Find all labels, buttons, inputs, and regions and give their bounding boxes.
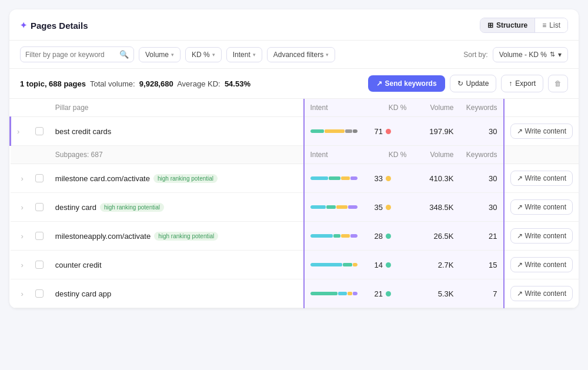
page-header: ✦ Pages Details ⊞ Structure ≡ List bbox=[9, 9, 579, 41]
action-cell: ↗ Write content bbox=[504, 251, 579, 279]
stats-text: 1 topic, 688 pages Total volume: 9,928,6… bbox=[20, 79, 250, 88]
stats-actions: ↗ Send keywords ↻ Update ↑ Export 🗑 bbox=[368, 75, 568, 92]
structure-label: Structure bbox=[496, 21, 527, 29]
page-name: milestone card.com/activate bbox=[55, 174, 150, 183]
table-row: › destiny card app 21 5.3K 7 bbox=[11, 279, 579, 308]
row-checkbox[interactable] bbox=[35, 203, 44, 211]
topic-count: 1 topic, 688 pages bbox=[20, 79, 86, 88]
expand-icon[interactable]: › bbox=[21, 174, 24, 183]
expand-icon[interactable]: › bbox=[21, 289, 24, 298]
subpages-header-row: Subpages: 687 Intent KD % Volume Keyword… bbox=[11, 146, 579, 164]
th-kd: KD % bbox=[369, 99, 413, 117]
chevron-down-icon: ▾ bbox=[212, 52, 215, 58]
expand-icon[interactable]: › bbox=[21, 232, 24, 241]
export-button[interactable]: ↑ Export bbox=[501, 75, 543, 92]
delete-button[interactable]: 🗑 bbox=[548, 75, 568, 92]
keywords-cell: 21 bbox=[460, 222, 504, 251]
sort-value: Volume - KD % bbox=[499, 51, 547, 59]
chevron-down-icon: ▾ bbox=[253, 52, 256, 58]
chevron-down-icon: ▾ bbox=[326, 52, 329, 58]
write-icon: ↗ bbox=[517, 203, 523, 211]
page-name: counter credit bbox=[55, 261, 102, 269]
advanced-filters-button[interactable]: Advanced filters ▾ bbox=[267, 47, 335, 62]
trash-icon: 🗑 bbox=[554, 79, 562, 88]
cursor-icon: ↗ bbox=[376, 79, 382, 88]
kd-cell: 71 bbox=[369, 117, 413, 146]
expand-icon[interactable]: › bbox=[17, 127, 19, 136]
list-label: List bbox=[549, 21, 560, 29]
action-cell: ↗ Write content bbox=[504, 193, 579, 222]
write-content-button[interactable]: ↗ Write content bbox=[510, 228, 573, 244]
intent-filter-button[interactable]: Intent ▾ bbox=[226, 47, 262, 62]
chevron-down-icon: ▾ bbox=[171, 52, 174, 58]
volume-cell: 2.7K bbox=[413, 251, 460, 279]
write-content-button[interactable]: ↗ Write content bbox=[510, 257, 573, 272]
search-box[interactable]: 🔍 bbox=[20, 46, 134, 62]
volume-label: Volume bbox=[145, 51, 169, 59]
volume-filter-button[interactable]: Volume ▾ bbox=[139, 47, 181, 62]
list-view-button[interactable]: ≡ List bbox=[534, 18, 567, 32]
sub-kw-header: Keywords bbox=[460, 146, 504, 164]
sub-page-name: milestoneapply.com/activate high ranking… bbox=[49, 222, 304, 251]
write-content-label: Write content bbox=[525, 174, 566, 182]
page-name: destiny card bbox=[55, 203, 96, 212]
write-content-button[interactable]: ↗ Write content bbox=[510, 171, 573, 186]
kd-cell: 33 bbox=[369, 164, 413, 193]
export-label: Export bbox=[515, 79, 536, 88]
page-name: milestoneapply.com/activate bbox=[55, 232, 151, 241]
send-keywords-label: Send keywords bbox=[385, 79, 437, 88]
action-cell: ↗ Write content bbox=[504, 164, 579, 193]
th-action bbox=[504, 99, 579, 117]
write-content-button[interactable]: ↗ Write content bbox=[510, 124, 573, 139]
sort-button[interactable]: Volume - KD % ⇅ ▾ bbox=[493, 47, 568, 62]
write-content-label: Write content bbox=[525, 261, 566, 269]
tag-badge: high ranking potential bbox=[100, 203, 164, 212]
intent-cell bbox=[304, 251, 369, 279]
table-row: › destiny card high ranking potential 35… bbox=[11, 193, 579, 222]
send-keywords-button[interactable]: ↗ Send keywords bbox=[368, 75, 445, 92]
write-icon: ↗ bbox=[517, 261, 523, 269]
pillar-row: › best credit cards 71 197.9K 30 ↗ Write… bbox=[11, 117, 579, 146]
action-cell: ↗ Write content bbox=[504, 279, 579, 308]
kd-cell: 28 bbox=[369, 222, 413, 251]
tag-badge: high ranking potential bbox=[154, 232, 218, 241]
write-content-label: Write content bbox=[525, 289, 566, 298]
view-toggle: ⊞ Structure ≡ List bbox=[480, 18, 568, 33]
search-icon: 🔍 bbox=[119, 50, 129, 59]
kd-filter-button[interactable]: KD % ▾ bbox=[185, 47, 222, 62]
update-button[interactable]: ↻ Update bbox=[450, 75, 497, 92]
row-checkbox[interactable] bbox=[35, 261, 44, 269]
title-text: Pages Details bbox=[31, 21, 88, 31]
write-content-button[interactable]: ↗ Write content bbox=[510, 199, 573, 215]
sort-label: Sort by: bbox=[463, 51, 487, 59]
expand-icon[interactable]: › bbox=[21, 261, 24, 269]
kd-cell: 14 bbox=[369, 251, 413, 279]
row-checkbox[interactable] bbox=[35, 174, 44, 182]
structure-view-button[interactable]: ⊞ Structure bbox=[480, 18, 534, 32]
keywords-cell: 7 bbox=[460, 279, 504, 308]
keywords-cell: 30 bbox=[460, 164, 504, 193]
write-icon: ↗ bbox=[517, 127, 523, 135]
action-cell: ↗ Write content bbox=[504, 117, 579, 146]
write-content-button[interactable]: ↗ Write content bbox=[510, 286, 573, 301]
row-checkbox[interactable] bbox=[35, 127, 44, 135]
filters-bar: 🔍 Volume ▾ KD % ▾ Intent ▾ Advanced filt… bbox=[9, 41, 579, 69]
sub-vol-header: Volume bbox=[413, 146, 460, 164]
page-title: ✦ Pages Details bbox=[20, 21, 88, 31]
kd-cell: 21 bbox=[369, 279, 413, 308]
th-volume: Volume bbox=[413, 99, 460, 117]
intent-label: Intent bbox=[233, 51, 250, 59]
write-content-label: Write content bbox=[525, 203, 566, 211]
expand-icon[interactable]: › bbox=[21, 203, 24, 212]
row-checkbox[interactable] bbox=[35, 232, 44, 240]
write-content-label: Write content bbox=[525, 127, 566, 135]
row-checkbox[interactable] bbox=[35, 289, 44, 298]
action-cell: ↗ Write content bbox=[504, 222, 579, 251]
th-intent: Intent bbox=[304, 99, 369, 117]
main-card: ✦ Pages Details ⊞ Structure ≡ List 🔍 bbox=[9, 9, 579, 308]
sub-intent-header: Intent bbox=[304, 146, 369, 164]
write-content-label: Write content bbox=[525, 232, 566, 240]
page-name: destiny card app bbox=[55, 289, 111, 298]
table-row: › milestone card.com/activate high ranki… bbox=[11, 164, 579, 193]
search-input[interactable] bbox=[25, 51, 116, 59]
